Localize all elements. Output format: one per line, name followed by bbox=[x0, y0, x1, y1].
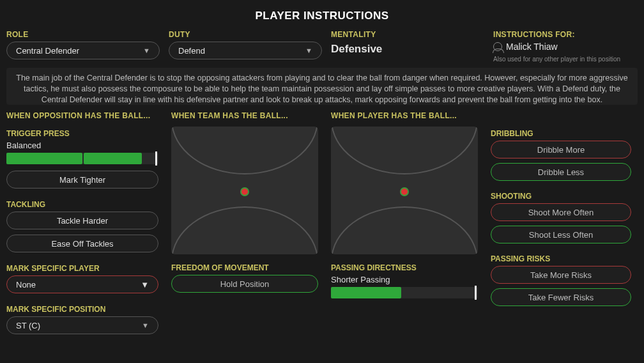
passing-directness-label: PASSING DIRECTNESS bbox=[331, 263, 478, 272]
team-header: WHEN TEAM HAS THE BALL... bbox=[171, 109, 318, 124]
mark-tighter-button[interactable]: Mark Tighter bbox=[6, 171, 158, 189]
passing-fill bbox=[331, 287, 401, 298]
trigger-press-notch bbox=[155, 151, 157, 166]
pitch-arc bbox=[171, 127, 318, 174]
mark-position-label: MARK SPECIFIC POSITION bbox=[6, 305, 158, 314]
mentality-label: MENTALITY bbox=[331, 30, 484, 39]
right-spacer bbox=[491, 109, 631, 124]
role-value: Central Defender bbox=[16, 46, 79, 56]
take-more-risks-button[interactable]: Take More Risks bbox=[491, 266, 631, 284]
chevron-down-icon: ▼ bbox=[141, 280, 149, 290]
tackle-harder-button[interactable]: Tackle Harder bbox=[6, 212, 158, 229]
take-fewer-risks-button[interactable]: Take Fewer Risks bbox=[491, 288, 631, 306]
trigger-press-value: Balanced bbox=[6, 141, 158, 150]
passing-risks-label: PASSING RISKS bbox=[491, 254, 631, 263]
ease-off-tackles-button[interactable]: Ease Off Tackles bbox=[6, 235, 158, 252]
chevron-down-icon: ▼ bbox=[305, 47, 312, 54]
shooting-label: SHOOTING bbox=[491, 192, 631, 201]
person-icon bbox=[493, 42, 502, 51]
chevron-down-icon: ▼ bbox=[143, 47, 150, 54]
opposition-header: WHEN OPPOSITION HAS THE BALL... bbox=[6, 109, 158, 124]
player-position-dot bbox=[400, 187, 409, 196]
dribble-less-button[interactable]: Dribble Less bbox=[491, 163, 631, 181]
pitch-arc bbox=[331, 127, 478, 174]
mark-player-label: MARK SPECIFIC PLAYER bbox=[6, 264, 158, 273]
passing-directness-slider[interactable] bbox=[331, 287, 478, 298]
player-pitch-diagram bbox=[331, 127, 478, 254]
mark-player-dropdown[interactable]: None ▼ bbox=[6, 275, 158, 293]
duty-dropdown[interactable]: Defend ▼ bbox=[169, 42, 322, 59]
duty-value: Defend bbox=[178, 46, 205, 56]
dribble-more-button[interactable]: Dribble More bbox=[491, 141, 631, 158]
header-row: ROLE Central Defender ▼ DUTY Defend ▼ ME… bbox=[0, 30, 644, 68]
mark-player-value: None bbox=[16, 280, 36, 290]
trigger-press-label: TRIGGER PRESS bbox=[6, 129, 158, 138]
role-dropdown[interactable]: Central Defender ▼ bbox=[6, 42, 160, 59]
role-label: ROLE bbox=[6, 30, 160, 39]
mark-position-dropdown[interactable]: ST (C) ▼ bbox=[6, 316, 158, 334]
player-position-dot bbox=[240, 187, 249, 196]
trigger-press-slider[interactable] bbox=[6, 153, 158, 164]
passing-directness-value: Shorter Passing bbox=[331, 275, 478, 284]
mentality-value: Defensive bbox=[331, 42, 484, 56]
instructions-sub-note: Also used for any other player in this p… bbox=[493, 56, 638, 63]
page-title: PLAYER INSTRUCTIONS bbox=[0, 0, 644, 30]
instructions-for-label: INSTRUCTIONS FOR: bbox=[493, 30, 638, 39]
freedom-label: FREEDOM OF MOVEMENT bbox=[171, 263, 318, 272]
role-description: The main job of the Central Defender is … bbox=[6, 68, 638, 105]
passing-notch bbox=[475, 286, 477, 300]
shoot-less-button[interactable]: Shoot Less Often bbox=[491, 226, 631, 243]
player-name-row: Malick Thiaw bbox=[493, 42, 638, 52]
mark-position-value: ST (C) bbox=[16, 321, 40, 330]
dribbling-label: DRIBBLING bbox=[491, 129, 631, 138]
team-pitch-diagram bbox=[171, 127, 318, 254]
pitch-arc bbox=[171, 206, 318, 254]
trigger-press-fill bbox=[6, 153, 82, 164]
player-header: WHEN PLAYER HAS THE BALL... bbox=[331, 109, 478, 124]
tackling-label: TACKLING bbox=[6, 200, 158, 209]
pitch-arc bbox=[331, 206, 478, 254]
chevron-down-icon: ▼ bbox=[142, 321, 149, 329]
player-name: Malick Thiaw bbox=[506, 42, 558, 52]
duty-label: DUTY bbox=[169, 30, 322, 39]
hold-position-button[interactable]: Hold Position bbox=[171, 275, 318, 293]
trigger-press-fill2 bbox=[84, 153, 141, 164]
shoot-more-button[interactable]: Shoot More Often bbox=[491, 203, 631, 221]
